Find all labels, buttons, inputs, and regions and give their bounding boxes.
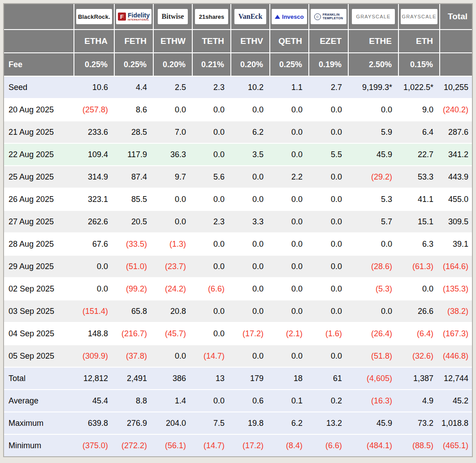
provider-logo-blackrock: BlackRock. xyxy=(76,9,113,24)
flow-cell: 1.4 xyxy=(153,390,192,412)
provider-logo-grayscale: GRAYSCALE xyxy=(352,9,394,24)
flow-cell: 20.8 xyxy=(153,300,192,322)
flow-cell: 276.9 xyxy=(114,412,153,434)
flow-cell: 0.0 xyxy=(309,233,348,255)
fee-teth: 0.21% xyxy=(192,53,231,76)
ticker-ethv: ETHV xyxy=(231,30,270,53)
flow-cell: 13.2 xyxy=(309,412,348,434)
summary-row: Average45.48.81.40.00.60.10.2(16.3)4.945… xyxy=(4,390,472,412)
flow-cell: 0.2 xyxy=(309,390,348,412)
flow-cell: 73.2 xyxy=(398,412,440,434)
flow-cell: (272.2) xyxy=(114,434,153,456)
flow-cell: 204.0 xyxy=(153,412,192,434)
flow-cell: (51.0) xyxy=(114,255,153,278)
date-row: 04 Sep 2025148.8(216.7)(45.7)0.0(17.2)(2… xyxy=(4,322,472,345)
header-logo-cell-ethe: GRAYSCALE xyxy=(348,4,398,30)
bitwise-wordmark: Bitwise xyxy=(162,13,184,21)
flow-cell: 2.5 xyxy=(153,76,192,99)
flow-cell: 85.5 xyxy=(114,188,153,210)
date-row-label: 04 Sep 2025 xyxy=(4,322,74,345)
provider-logo-21shares: 21shares xyxy=(195,9,228,24)
date-row-label: Seed xyxy=(4,76,74,99)
flow-cell: 0.0 xyxy=(309,278,348,300)
flow-cell: 15.1 xyxy=(398,210,440,233)
flow-cell: 314.9 xyxy=(74,166,114,188)
flow-cell: 0.0 xyxy=(348,300,398,322)
fidelity-wordmark: Fidelity xyxy=(128,12,150,18)
invesco-mountain-icon xyxy=(275,15,280,19)
flow-cell: 1,387 xyxy=(398,367,440,390)
flow-cell: 233.6 xyxy=(74,121,114,143)
grayscale-wordmark: GRAYSCALE xyxy=(356,14,390,19)
flow-cell: (216.7) xyxy=(114,322,153,345)
flow-cell: 287.6 xyxy=(440,121,472,143)
ticker-ezet: EZET xyxy=(309,30,348,53)
flow-cell: 45.4 xyxy=(74,390,114,412)
flow-cell: 10,255 xyxy=(440,76,472,99)
flow-cell: 5.5 xyxy=(309,143,348,166)
flow-cell: 65.8 xyxy=(114,300,153,322)
flow-cell: (465.1) xyxy=(440,434,472,456)
flow-cell: 10.2 xyxy=(231,76,270,99)
header-logo-cell-eth: GRAYSCALE xyxy=(398,4,440,30)
flow-cell: 0.0 xyxy=(192,121,231,143)
flow-cell: 2.3 xyxy=(192,210,231,233)
flow-cell: (6.6) xyxy=(192,278,231,300)
flow-cell: 0.6 xyxy=(231,390,270,412)
flow-cell: 0.0 xyxy=(192,300,231,322)
flow-cell: 2.3 xyxy=(192,76,231,99)
header-logo-cell-ethw: Bitwise xyxy=(153,4,192,30)
provider-logo-grayscale: GRAYSCALE xyxy=(401,9,438,24)
flow-cell: 0.0 xyxy=(309,166,348,188)
date-row-label: 25 Aug 2025 xyxy=(4,166,74,188)
ticker-eth: ETH xyxy=(398,30,440,53)
provider-logo-franklin: ☺FRANKLINTEMPLETON xyxy=(311,9,346,24)
flow-cell: 0.0 xyxy=(270,255,309,278)
flow-cell: (4,605) xyxy=(348,367,398,390)
flow-cell: 9.0 xyxy=(398,99,440,121)
flow-cell: 12,812 xyxy=(74,367,114,390)
flow-cell: 13 xyxy=(192,367,231,390)
flow-cell: 61 xyxy=(309,367,348,390)
flow-cell: (14.7) xyxy=(192,434,231,456)
flow-cell: 39.1 xyxy=(440,233,472,255)
date-row: 03 Sep 2025(151.4)65.820.80.00.00.00.00.… xyxy=(4,300,472,322)
date-row: 02 Sep 20250.0(99.2)(24.2)(6.6)0.00.00.0… xyxy=(4,278,472,300)
fidelity-f-icon: F xyxy=(118,13,126,21)
flow-cell: 0.0 xyxy=(74,255,114,278)
summary-row: Minimum(375.0)(272.2)(56.1)(14.7)(17.2)(… xyxy=(4,434,472,456)
ticker-ethw: ETHW xyxy=(153,30,192,53)
date-row-label: 29 Aug 2025 xyxy=(4,255,74,278)
header-corner-cell xyxy=(4,4,74,30)
flow-cell: 7.5 xyxy=(192,412,231,434)
flow-cell: 8.6 xyxy=(114,99,153,121)
flow-cell: 0.1 xyxy=(270,390,309,412)
flow-cell: 0.0 xyxy=(192,143,231,166)
flow-cell: 87.4 xyxy=(114,166,153,188)
flow-cell: 0.0 xyxy=(270,143,309,166)
header-ticker-corner xyxy=(4,30,74,53)
flow-cell: (61.3) xyxy=(398,255,440,278)
flow-cell: 2.7 xyxy=(309,76,348,99)
flow-cell: (164.6) xyxy=(440,255,472,278)
flow-cell: 5.9 xyxy=(348,121,398,143)
flow-cell: (38.2) xyxy=(440,300,472,322)
summary-row-label: Total xyxy=(4,367,74,390)
flow-cell: 9.7 xyxy=(153,166,192,188)
date-row: 28 Aug 202567.6(33.5)(1.3)0.00.00.00.00.… xyxy=(4,233,472,255)
ticker-feth: FETH xyxy=(114,30,153,53)
date-row-label: 26 Aug 2025 xyxy=(4,188,74,210)
flow-cell: 22.7 xyxy=(398,143,440,166)
flow-cell: 148.8 xyxy=(74,322,114,345)
flow-cell: 0.0 xyxy=(231,233,270,255)
flow-cell: 67.6 xyxy=(74,233,114,255)
21shares-wordmark: 21shares xyxy=(199,13,224,20)
flow-cell: 0.0 xyxy=(231,278,270,300)
invesco-wordmark: Invesco xyxy=(282,13,303,20)
flow-cell: 6.3 xyxy=(398,233,440,255)
flow-cell: 0.0 xyxy=(192,322,231,345)
flow-cell: 6.4 xyxy=(398,121,440,143)
date-row-label: 22 Aug 2025 xyxy=(4,143,74,166)
flow-cell: 19.8 xyxy=(231,412,270,434)
flow-cell: 0.0 xyxy=(231,188,270,210)
